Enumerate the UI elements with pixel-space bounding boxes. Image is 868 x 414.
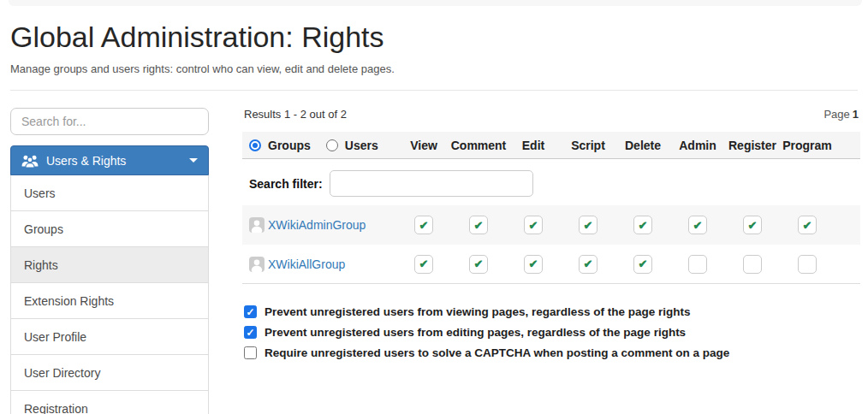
column-header-admin: Admin [670,139,725,152]
rights-table-header: Groups Users View Comment Edit Script De… [242,132,860,159]
groups-radio-label: Groups [268,139,311,152]
right-toggle-edit[interactable] [524,255,543,274]
column-header-register: Register [725,139,780,152]
admin-sidebar: Users & Rights Users Groups Rights Exten… [10,108,209,414]
users-radio-label: Users [345,139,378,152]
column-header-delete: Delete [615,139,670,152]
entity-cell: XWikiAdminGroup [242,217,396,233]
right-toggle-delete[interactable] [633,255,652,274]
checkbox-require-captcha[interactable] [244,346,257,359]
page-subtitle: Manage groups and users rights: control … [10,62,858,75]
sidebar-item-users[interactable]: Users [11,175,208,211]
page-number[interactable]: 1 [853,108,859,121]
right-toggle-program[interactable] [798,255,817,274]
right-toggle-script[interactable] [579,255,597,274]
results-bar: Results 1 - 2 out of 2 Page1 [242,108,860,121]
results-count: Results 1 - 2 out of 2 [244,108,347,121]
users-radio-control[interactable] [326,139,338,151]
sidebar-item-user-profile[interactable]: User Profile [11,319,208,355]
right-toggle-view[interactable] [414,216,433,234]
right-toggle-script[interactable] [579,216,597,234]
right-toggle-comment[interactable] [469,255,488,274]
entity-cell: XWikiAllGroup [242,257,396,272]
group-avatar [249,257,265,272]
sidebar-item-registration[interactable]: Registration [11,391,208,414]
checkbox-prevent-edit[interactable] [244,326,257,339]
table-row-xwikiallgroup: XWikiAllGroup [242,245,860,284]
right-toggle-admin[interactable] [688,216,707,234]
option-label: Require unregistered users to solve a CA… [265,346,729,359]
groups-radio[interactable]: Groups [249,139,311,152]
users-radio[interactable]: Users [326,139,378,152]
right-toggle-comment[interactable] [469,216,488,234]
search-filter-row: Search filter: [242,170,860,197]
sidebar-section-panel: Users & Rights Users Groups Rights Exten… [10,145,209,414]
group-link[interactable]: XWikiAllGroup [268,257,345,271]
page-label: Page [823,108,849,121]
column-header-script: Script [561,139,615,152]
sidebar-section-label: Users & Rights [46,154,126,168]
rights-table-body: XWikiAdminGroup [242,205,860,284]
right-toggle-admin[interactable] [688,255,707,274]
column-header-edit: Edit [506,139,561,152]
sidebar-section-header-users-rights[interactable]: Users & Rights [10,145,209,175]
chevron-down-icon [189,158,198,163]
column-header-comment: Comment [451,139,506,152]
table-row-xwikiadmingroup: XWikiAdminGroup [242,205,860,245]
group-link[interactable]: XWikiAdminGroup [268,218,366,232]
sidebar-search-input[interactable] [10,108,209,135]
content-layout: Users & Rights Users Groups Rights Exten… [0,91,868,414]
rights-main-panel: Results 1 - 2 out of 2 Page1 Groups User… [242,108,860,367]
right-toggle-edit[interactable] [524,216,543,234]
sidebar-item-rights[interactable]: Rights [11,247,208,283]
right-toggle-register[interactable] [743,255,762,274]
entity-type-selector: Groups Users [242,139,396,152]
sidebar-item-extension-rights[interactable]: Extension Rights [11,283,208,319]
option-require-captcha[interactable]: Require unregistered users to solve a CA… [244,346,860,359]
option-label: Prevent unregistered users from editing … [265,326,686,339]
groups-radio-control[interactable] [249,139,261,151]
top-panel-remnant [9,0,862,6]
group-avatar [249,217,265,233]
column-header-program: Program [780,139,835,152]
search-filter-input[interactable] [330,170,533,197]
users-icon [21,154,39,168]
right-toggle-view[interactable] [414,255,433,274]
page-title: Global Administration: Rights [10,21,858,54]
unregistered-user-options: Prevent unregistered users from viewing … [242,305,860,359]
page-header: Global Administration: Rights Manage gro… [0,0,868,75]
right-toggle-program[interactable] [798,216,817,234]
option-prevent-view[interactable]: Prevent unregistered users from viewing … [244,305,860,318]
sidebar-item-groups[interactable]: Groups [11,211,208,247]
page-indicator: Page1 [823,108,859,121]
right-toggle-delete[interactable] [633,216,652,234]
column-header-view: View [396,139,451,152]
right-toggle-register[interactable] [743,216,762,234]
sidebar-menu: Users Groups Rights Extension Rights Use… [10,175,209,414]
option-label: Prevent unregistered users from viewing … [265,305,690,318]
sidebar-item-user-directory[interactable]: User Directory [11,355,208,391]
checkbox-prevent-view[interactable] [244,305,257,318]
option-prevent-edit[interactable]: Prevent unregistered users from editing … [244,326,860,339]
search-filter-label: Search filter: [249,177,323,191]
